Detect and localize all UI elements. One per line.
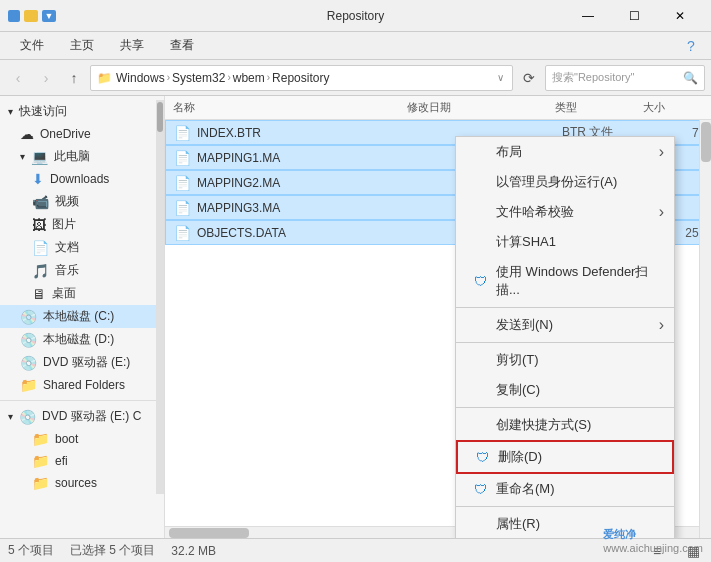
ribbon-tab-file[interactable]: 文件 <box>8 33 56 58</box>
watermark-url: www.aichunjing.com <box>603 542 703 554</box>
cm-label-hash: 文件哈希校验 <box>496 203 574 221</box>
titlebar: ▼ Repository — ☐ ✕ <box>0 0 711 32</box>
minimize-button[interactable]: — <box>565 0 611 32</box>
sources-icon: 📁 <box>32 475 49 491</box>
back-button[interactable]: ‹ <box>6 66 30 90</box>
defender-icon: 🛡 <box>472 273 488 289</box>
sidebar-label-music: 音乐 <box>55 262 79 279</box>
window-controls: — ☐ ✕ <box>565 0 703 32</box>
sidebar-label-videos: 视频 <box>55 193 79 210</box>
sidebar-label-sources: sources <box>55 476 97 490</box>
search-bar[interactable]: 搜索"Repository" 🔍 <box>545 65 705 91</box>
cm-separator-2 <box>456 342 674 343</box>
cm-label-sendto: 发送到(N) <box>496 316 553 334</box>
sidebar-item-documents[interactable]: 📄 文档 <box>0 236 164 259</box>
close-button[interactable]: ✕ <box>657 0 703 32</box>
addr-arrow2: › <box>227 72 230 83</box>
cm-item-run-admin[interactable]: 以管理员身份运行(A) <box>456 167 674 197</box>
cm-item-layout[interactable]: 布局 <box>456 137 674 167</box>
onedrive-icon: ☁ <box>20 126 34 142</box>
dvd-e2-icon: 💿 <box>19 409 36 425</box>
sidebar-item-shared[interactable]: 📁 Shared Folders <box>0 374 164 396</box>
sidebar-item-this-pc[interactable]: ▾ 💻 此电脑 <box>0 145 164 168</box>
ribbon-tab-home[interactable]: 主页 <box>58 33 106 58</box>
addr-arrow3: › <box>267 72 270 83</box>
sidebar-item-quick-access[interactable]: ▾ 快速访问 <box>0 100 164 123</box>
sidebar-label-local-d: 本地磁盘 (D:) <box>43 331 114 348</box>
cm-label-copy: 复制(C) <box>496 381 540 399</box>
local-d-icon: 💿 <box>20 332 37 348</box>
sidebar-item-videos[interactable]: 📹 视频 <box>0 190 164 213</box>
sidebar-item-dvd-e2[interactable]: ▾ 💿 DVD 驱动器 (E:) C <box>0 405 164 428</box>
delete-icon: 🛡 <box>474 449 490 465</box>
content-area: 名称 修改日期 类型 大小 📄 INDEX.BTR BTR 文件 7, 📄 MA… <box>165 96 711 538</box>
boot-icon: 📁 <box>32 431 49 447</box>
addr-text-repo: Repository <box>272 71 329 85</box>
cm-item-sendto[interactable]: 发送到(N) <box>456 310 674 340</box>
sidebar-label-quick-access: 快速访问 <box>19 103 67 120</box>
sidebar-label-downloads: Downloads <box>50 172 109 186</box>
music-icon: 🎵 <box>32 263 49 279</box>
local-c-icon: 💿 <box>20 309 37 325</box>
dvd-e-icon: 💿 <box>20 355 37 371</box>
layout-icon <box>472 144 488 160</box>
status-item-count: 5 个项目 <box>8 542 54 559</box>
toolbar: ‹ › ↑ 📁 Windows › System32 › wbem › Repo… <box>0 60 711 96</box>
search-icon: 🔍 <box>683 71 698 85</box>
status-selected: 已选择 5 个项目 <box>70 542 155 559</box>
sidebar-item-local-d[interactable]: 💿 本地磁盘 (D:) <box>0 328 164 351</box>
cm-item-defender[interactable]: 🛡 使用 Windows Defender扫描... <box>456 257 674 305</box>
efi-icon: 📁 <box>32 453 49 469</box>
watermark: 爱纯净 www.aichunjing.com <box>603 527 703 554</box>
forward-button[interactable]: › <box>34 66 58 90</box>
cm-item-shortcut[interactable]: 创建快捷方式(S) <box>456 410 674 440</box>
sidebar-item-onedrive[interactable]: ☁ OneDrive <box>0 123 164 145</box>
sidebar-item-efi[interactable]: 📁 efi <box>0 450 164 472</box>
context-menu: 布局 以管理员身份运行(A) 文件哈希校验 计算SHA1 🛡 使用 Window… <box>455 136 675 538</box>
ribbon-tab-share[interactable]: 共享 <box>108 33 156 58</box>
videos-icon: 📹 <box>32 194 49 210</box>
cm-item-delete[interactable]: 🛡 删除(D) <box>456 440 674 474</box>
pictures-icon: 🖼 <box>32 217 46 233</box>
cm-item-hash[interactable]: 文件哈希校验 <box>456 197 674 227</box>
run-admin-icon <box>472 174 488 190</box>
address-bar[interactable]: 📁 Windows › System32 › wbem › Repository… <box>90 65 513 91</box>
cm-item-copy[interactable]: 复制(C) <box>456 375 674 405</box>
sidebar-item-boot[interactable]: 📁 boot <box>0 428 164 450</box>
cm-label-sha1: 计算SHA1 <box>496 233 556 251</box>
cm-label-cut: 剪切(T) <box>496 351 539 369</box>
ribbon-tab-view[interactable]: 查看 <box>158 33 206 58</box>
sidebar: ▾ 快速访问 ☁ OneDrive ▾ 💻 此电脑 ⬇ Downloads 📹 … <box>0 96 165 538</box>
sidebar-item-dvd-e[interactable]: 💿 DVD 驱动器 (E:) <box>0 351 164 374</box>
titlebar-app-icons: ▼ <box>8 10 56 22</box>
shared-icon: 📁 <box>20 377 37 393</box>
up-button[interactable]: ↑ <box>62 66 86 90</box>
context-menu-overlay: 布局 以管理员身份运行(A) 文件哈希校验 计算SHA1 🛡 使用 Window… <box>165 96 711 538</box>
sidebar-item-sources[interactable]: 📁 sources <box>0 472 164 494</box>
properties-icon <box>472 516 488 532</box>
sidebar-item-downloads[interactable]: ⬇ Downloads <box>0 168 164 190</box>
cm-item-rename[interactable]: 🛡 重命名(M) <box>456 474 674 504</box>
sidebar-label-shared: Shared Folders <box>43 378 125 392</box>
chevron-icon-this-pc: ▾ <box>20 151 25 162</box>
sidebar-item-local-c[interactable]: 💿 本地磁盘 (C:) <box>0 305 164 328</box>
sidebar-label-desktop: 桌面 <box>52 285 76 302</box>
sidebar-item-desktop[interactable]: 🖥 桌面 <box>0 282 164 305</box>
cm-item-sha1[interactable]: 计算SHA1 <box>456 227 674 257</box>
sidebar-label-efi: efi <box>55 454 68 468</box>
search-placeholder: 搜索"Repository" <box>552 70 679 85</box>
sidebar-label-this-pc: 此电脑 <box>54 148 90 165</box>
help-button[interactable]: ? <box>679 34 703 58</box>
cm-label-properties: 属性(R) <box>496 515 540 533</box>
sidebar-item-pictures[interactable]: 🖼 图片 <box>0 213 164 236</box>
documents-icon: 📄 <box>32 240 49 256</box>
cm-label-delete: 删除(D) <box>498 448 542 466</box>
watermark-logo: 爱纯净 <box>603 528 636 540</box>
maximize-button[interactable]: ☐ <box>611 0 657 32</box>
refresh-button[interactable]: ⟳ <box>517 66 541 90</box>
cm-label-run-admin: 以管理员身份运行(A) <box>496 173 617 191</box>
sidebar-label-dvd-e: DVD 驱动器 (E:) <box>43 354 130 371</box>
sidebar-item-music[interactable]: 🎵 音乐 <box>0 259 164 282</box>
cm-item-cut[interactable]: 剪切(T) <box>456 345 674 375</box>
addr-seg-windows: 📁 <box>97 71 112 85</box>
